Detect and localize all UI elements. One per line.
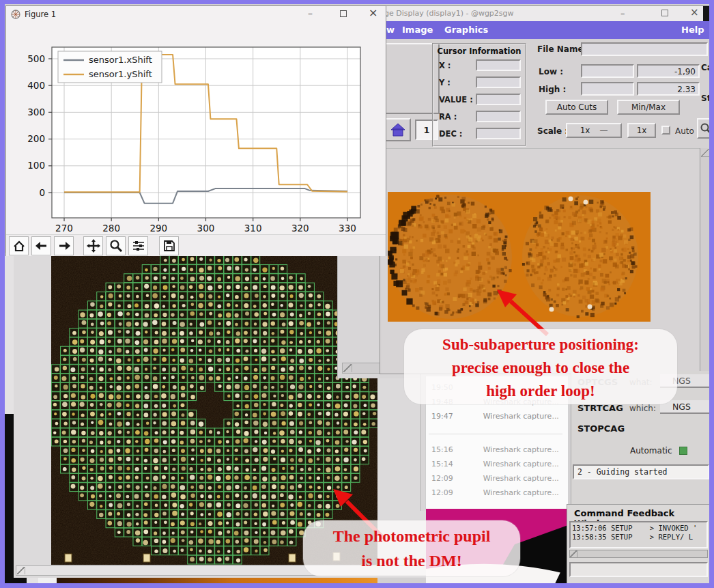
cursor-info-title: Cursor Information	[433, 46, 525, 56]
figure-titlebar[interactable]: Figure 1 – ×	[6, 6, 386, 23]
sensor-shift-chart: 2702802903003103203300100200300400500tim…	[6, 23, 386, 234]
log-row[interactable]: 15:14Wireshark capture...	[431, 460, 559, 468]
toolbar-home-button[interactable]	[9, 236, 29, 255]
menu-item-view[interactable]: w	[386, 25, 395, 35]
log-text: Wireshark capture...	[483, 474, 559, 483]
feedback-input[interactable]	[569, 562, 708, 577]
maximize-button[interactable]	[340, 10, 347, 17]
toolbar-subplots-button[interactable]	[128, 236, 148, 255]
feedback-line: 13:57:06 SETUP > INVOKED '	[572, 524, 706, 532]
menu-item-image[interactable]: Image	[402, 25, 433, 35]
annotation-line: Sub-subaperture positioning:	[404, 333, 677, 356]
low-label: Low :	[539, 67, 563, 76]
cursor-ra-label: RA :	[439, 112, 457, 122]
annotation-line: The photometric pupil	[303, 524, 520, 548]
display-titlebar[interactable]: ge Display (display1) - @wgp2sgw – ×	[380, 6, 709, 21]
feedback-horizontal-scrollbar[interactable]	[569, 550, 708, 558]
guider-status-message: 2 - Guiding started	[577, 467, 668, 477]
log-text: Wireshark capture...	[483, 460, 559, 468]
cursor-y-field[interactable]	[476, 76, 521, 88]
toolbar-forward-button[interactable]	[54, 236, 74, 255]
display-menubar: w Image Graphics Help	[380, 21, 709, 39]
log-time: 12:09	[431, 488, 453, 497]
log-separator	[429, 434, 562, 434]
log-time: 15:16	[431, 445, 453, 454]
scale-dropdown[interactable]: 1x —	[566, 123, 622, 138]
svg-text:400: 400	[27, 80, 45, 91]
high-value-box[interactable]: 2.33	[637, 82, 700, 96]
low-field[interactable]	[581, 64, 634, 78]
strtcag-value: NGS	[672, 402, 691, 412]
svg-text:sensor1.xShift: sensor1.xShift	[89, 55, 152, 65]
pan-index-value: 1	[423, 125, 429, 135]
back-arrow-icon	[35, 239, 48, 253]
scale-zoom-box[interactable]: 1x	[627, 123, 656, 138]
scrollbar-grip-icon[interactable]	[570, 550, 577, 557]
svg-text:200: 200	[27, 133, 45, 144]
svg-text:0: 0	[39, 187, 45, 198]
matplotlib-icon	[11, 10, 20, 19]
cursor-x-field[interactable]	[476, 59, 521, 71]
feedback-list[interactable]: 13:57:06 SETUP > INVOKED ' 13:58:35 SETU…	[569, 521, 708, 548]
minimize-button[interactable]: –	[620, 9, 625, 18]
close-button[interactable]: ×	[690, 8, 699, 17]
command-strtcag[interactable]: STRTCAG	[577, 403, 623, 413]
cursor-ra-field[interactable]	[476, 111, 521, 122]
log-time: 12:09	[431, 474, 453, 483]
high-field[interactable]	[581, 82, 634, 96]
thumbnail-box	[382, 43, 440, 114]
close-button[interactable]: ×	[369, 8, 377, 17]
svg-text:290: 290	[149, 223, 167, 234]
log-row[interactable]: 12:09Wireshark capture...	[431, 488, 559, 497]
svg-text:310: 310	[244, 223, 262, 234]
minimize-button[interactable]: –	[308, 9, 313, 18]
log-row[interactable]: 15:16Wireshark capture...	[431, 445, 559, 454]
command-strtcag-arg-label: which:	[629, 404, 656, 413]
scrollbar-grip-icon[interactable]	[701, 149, 709, 157]
cursor-x-label: X :	[439, 61, 451, 70]
command-stopcag[interactable]: STOPCAG	[577, 423, 625, 434]
wavefront-image[interactable]	[388, 192, 651, 322]
toolbar-pan-button[interactable]	[83, 236, 103, 255]
log-text: Wireshark capture...	[483, 445, 559, 454]
low-value-box[interactable]: -1,90	[637, 64, 700, 78]
auto-checkbox[interactable]	[661, 126, 670, 135]
frame-border-bottom	[0, 583, 714, 588]
figure-window: Figure 1 – × 270280290300310320330010020…	[5, 5, 386, 256]
pan-home-button[interactable]	[385, 118, 411, 141]
frame-border-left	[0, 0, 5, 588]
toolbar-zoom-button[interactable]	[106, 236, 126, 255]
guider-status-box: 2 - Guiding started	[573, 464, 709, 479]
scrollbar-grip-icon[interactable]	[17, 567, 25, 574]
log-time: 19:47	[431, 412, 453, 421]
menu-item-graphics[interactable]: Graphics	[444, 25, 488, 35]
log-row[interactable]: 12:09Wireshark capture...	[431, 474, 559, 483]
min-max-button[interactable]: Min/Max	[617, 100, 680, 115]
toolbar-back-button[interactable]	[31, 236, 51, 255]
display-vertical-scrollbar[interactable]	[700, 148, 709, 374]
command-feedback-window: Command Feedback Window 13:57:06 SETUP >…	[567, 504, 710, 586]
cursor-dec-field[interactable]	[476, 128, 521, 139]
home-icon	[390, 122, 406, 137]
log-row[interactable]: 19:47Wireshark capture...	[431, 412, 559, 421]
cursor-value-field[interactable]	[476, 94, 521, 105]
file-name-field[interactable]	[581, 42, 708, 56]
min-max-label: Min/Max	[631, 102, 666, 112]
frame-border-top	[0, 0, 714, 4]
screen: ge Display (display1) - @wgp2sgw – × w I…	[0, 0, 714, 588]
auto-cuts-button[interactable]: Auto Cuts	[545, 100, 608, 115]
maximize-button[interactable]	[661, 10, 668, 16]
scrollbar-grip-icon[interactable]	[343, 364, 352, 372]
figure-window-title: Figure 1	[25, 10, 56, 19]
cursor-info-panel: Cursor Information X : Y : VALUE : RA : …	[432, 43, 526, 147]
svg-text:sensor1.yShift: sensor1.yShift	[89, 69, 152, 79]
automatic-indicator[interactable]	[679, 447, 687, 455]
low-value: -1,90	[674, 67, 696, 76]
save-floppy-icon	[162, 239, 176, 253]
toolbar-save-button[interactable]	[159, 236, 179, 255]
dm-image[interactable]	[51, 255, 377, 565]
svg-text:330: 330	[339, 223, 356, 234]
menu-item-help[interactable]: Help	[681, 25, 704, 35]
annotation-line: is not the DM!	[303, 548, 520, 573]
file-name-label: File Name	[537, 44, 584, 54]
